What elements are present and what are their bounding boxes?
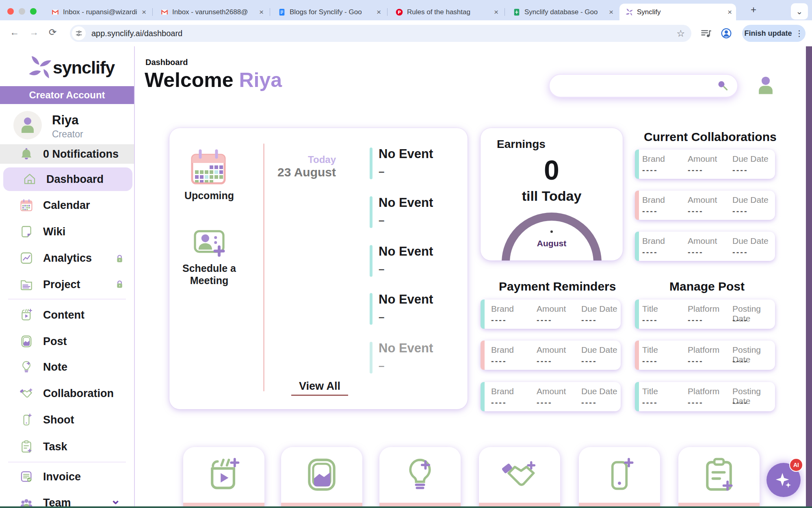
breadcrumb: Dashboard — [145, 58, 188, 67]
google-docs-icon — [278, 8, 286, 16]
quick-action-content-card[interactable] — [183, 447, 264, 508]
project-icon — [19, 278, 33, 291]
bookmark-star-icon[interactable]: ☆ — [676, 28, 685, 39]
tab-pinterest[interactable]: Rules of the hashtag × — [390, 4, 502, 20]
close-icon[interactable]: × — [494, 8, 498, 17]
cell-value: ---- — [537, 356, 581, 365]
sidebar-item-dashboard[interactable]: Dashboard — [3, 167, 132, 191]
schedule-meeting-icon[interactable] — [192, 225, 226, 259]
close-icon[interactable]: × — [377, 8, 381, 17]
quick-action-shoot-card[interactable] — [579, 447, 660, 508]
search-icon[interactable] — [715, 78, 730, 93]
address-bar[interactable]: app.synclify.ai/dashboard ☆ — [70, 25, 691, 42]
sidebar-item-calendar[interactable]: Calendar — [0, 195, 134, 216]
chevron-down-icon: ⌄ — [796, 7, 803, 16]
profile-icon[interactable] — [720, 27, 733, 40]
payment-row-card[interactable]: Brand Amount Due Date ---- ---- ---- — [481, 382, 621, 411]
synclify-logo-icon — [27, 54, 53, 80]
page-bottom-edge — [0, 506, 812, 508]
cell-value: ---- — [732, 315, 775, 324]
manage-post-row-card[interactable]: Title Platform Posting Date ---- ---- --… — [635, 300, 775, 329]
today-label: Today — [275, 154, 336, 165]
payment-row-card[interactable]: Brand Amount Due Date ---- ---- ---- — [481, 300, 621, 329]
chevron-down-icon[interactable]: ⌄ — [110, 493, 121, 507]
column-header: Due Date — [581, 345, 621, 356]
tab-inbox-1[interactable]: Inbox - rupansi@wizardi × — [45, 4, 150, 20]
sidebar-item-notifications[interactable]: 0 Notifications — [0, 144, 134, 164]
sidebar-item-label: 0 Notifications — [43, 148, 119, 161]
back-button[interactable]: ← — [10, 27, 19, 38]
sidebar-item-task[interactable]: Task — [0, 436, 134, 457]
finish-update-button[interactable]: Finish update ⋮ — [742, 25, 806, 42]
traffic-light-zoom[interactable] — [30, 8, 37, 15]
close-icon[interactable]: × — [142, 8, 146, 17]
schedule-meeting-label[interactable]: Schedule a Meeting — [174, 262, 244, 287]
event-row[interactable]: No Event – — [370, 244, 459, 285]
manage-post-row-card[interactable]: Title Platform Posting Date ---- ---- --… — [635, 341, 775, 370]
forward-button[interactable]: → — [29, 27, 39, 38]
event-row[interactable]: No Event – — [370, 292, 459, 333]
collaboration-row-card[interactable]: Brand Amount Due Date ---- ---- ---- — [635, 232, 775, 261]
event-accent-bar — [370, 293, 372, 325]
tab-database[interactable]: Synclify database - Goo × — [507, 4, 617, 20]
tab-separator — [152, 8, 153, 16]
new-tab-button[interactable]: + — [751, 4, 756, 15]
search-bar[interactable] — [549, 74, 738, 98]
cell-value: ---- — [537, 315, 581, 324]
sidebar-item-note[interactable]: Note — [0, 356, 134, 378]
collaboration-row-card[interactable]: Brand Amount Due Date ---- ---- ---- — [635, 150, 775, 179]
tab-synclify-active[interactable]: Synclify × — [619, 4, 736, 20]
close-icon[interactable]: × — [728, 8, 732, 17]
sidebar-item-invoice[interactable]: Invoice — [0, 466, 134, 487]
view-all-link[interactable]: View All — [291, 380, 348, 396]
event-row[interactable]: No Event – — [370, 341, 459, 382]
traffic-light-close[interactable] — [7, 8, 14, 15]
column-header: Platform — [688, 304, 732, 315]
cell-value: ---- — [537, 398, 581, 407]
column-header: Title — [642, 345, 688, 356]
quick-action-collaboration-card[interactable] — [479, 447, 560, 508]
collaboration-row-card[interactable]: Brand Amount Due Date ---- ---- ---- — [635, 191, 775, 220]
event-row[interactable]: No Event – — [370, 195, 459, 236]
sidebar-item-label: Wiki — [43, 226, 65, 238]
sidebar-item-collaboration[interactable]: Collaboration — [0, 383, 134, 404]
ai-badge: AI — [789, 458, 803, 472]
cell-value: ---- — [688, 206, 732, 215]
close-icon[interactable]: × — [609, 8, 613, 17]
cell-value: ---- — [642, 398, 688, 407]
post-icon — [19, 334, 33, 348]
event-row[interactable]: No Event – — [370, 147, 459, 187]
sidebar-item-analytics[interactable]: Analytics — [0, 247, 134, 269]
page-scrollbar[interactable] — [806, 46, 812, 508]
media-playlist-icon[interactable] — [699, 27, 712, 40]
quick-action-task-card[interactable] — [678, 447, 760, 508]
sidebar-item-post[interactable]: Post — [0, 331, 134, 352]
wiki-icon — [19, 225, 33, 239]
sidebar-item-wiki[interactable]: Wiki — [0, 221, 134, 242]
tab-blogs[interactable]: Blogs for Synclify - Goo × — [272, 4, 385, 20]
reload-button[interactable]: ⟳ — [49, 27, 56, 38]
tab-inbox-2[interactable]: Inbox - varunseth2688@ × — [155, 4, 268, 20]
manage-post-row-card[interactable]: Title Platform Posting Date ---- ---- --… — [635, 382, 775, 411]
traffic-light-minimize[interactable] — [19, 8, 25, 15]
tab-separator — [270, 8, 270, 16]
quick-action-post-card[interactable] — [281, 447, 362, 508]
site-settings-button[interactable] — [72, 26, 86, 40]
earnings-amount: 0 — [481, 154, 623, 186]
url-text[interactable]: app.synclify.ai/dashboard — [91, 29, 676, 38]
payment-row-card[interactable]: Brand Amount Due Date ---- ---- ---- — [481, 341, 621, 370]
user-avatar-icon[interactable] — [755, 73, 777, 98]
browser-menu-icon[interactable]: ⋮ — [795, 28, 803, 38]
sidebar-item-label: Analytics — [43, 252, 92, 265]
close-icon[interactable]: × — [259, 8, 264, 17]
upcoming-calendar-icon[interactable] — [189, 148, 228, 187]
sidebar-item-project[interactable]: Project — [0, 274, 134, 295]
sidebar-item-content[interactable]: Content — [0, 304, 134, 326]
page-title: Welcome Riya — [145, 68, 282, 92]
quick-action-note-card[interactable] — [379, 447, 461, 508]
sparkle-icon — [774, 471, 793, 489]
column-header: Amount — [688, 154, 732, 165]
tab-search-button[interactable]: ⌄ — [791, 3, 808, 20]
sidebar-item-shoot[interactable]: Shoot — [0, 409, 134, 430]
search-input[interactable] — [550, 75, 715, 97]
